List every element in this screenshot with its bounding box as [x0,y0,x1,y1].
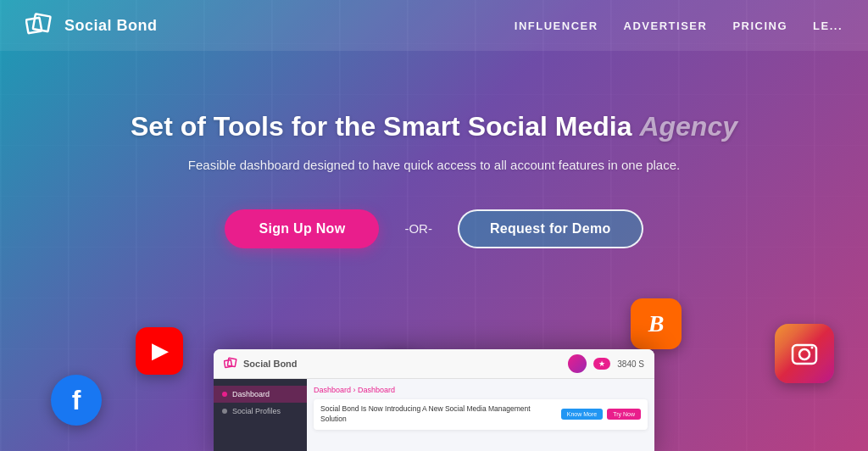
signup-button[interactable]: Sign Up Now [225,209,379,248]
svg-point-3 [799,349,810,359]
dash-breadcrumb: Dashboard › Dashboard [314,386,648,394]
dash-sidebar-profiles[interactable]: Social Profiles [214,403,307,420]
logo-text: Social Bond [64,17,158,35]
dash-sidebar: Dashboard Social Profiles [214,379,307,451]
demo-button[interactable]: Request for Demo [458,209,643,248]
hero-subtitle: Feasible dashboard designed to have quic… [188,156,680,175]
hero-title-main: Set of Tools for the Smart Social Media [131,111,632,142]
try-now-button[interactable]: Try Now [607,409,641,420]
hero-title-accent: Agency [639,111,737,142]
dash-sidebar-dot-2 [222,409,227,414]
nav-influencer[interactable]: INFLUENCER [515,19,598,32]
logo-area: Social Bond [25,10,158,41]
dash-sidebar-dot [222,392,227,397]
hero-title: Set of Tools for the Smart Social Media … [131,110,737,142]
dash-logo: Social Bond [224,356,298,371]
dash-sidebar-dashboard[interactable]: Dashboard [214,386,307,403]
dash-news-text: Social Bond Is Now Introducing A New Soc… [320,404,554,425]
nav-links: INFLUENCER ADVERTISER PRICING LE... [515,19,843,32]
floating-facebook-left-icon: f [51,375,102,426]
floating-youtube-icon: ▶ [136,327,183,375]
dash-brand-name: Social Bond [243,359,298,369]
dash-news: Social Bond Is Now Introducing A New Soc… [314,399,648,430]
svg-point-4 [811,347,814,349]
dash-main: Dashboard › Dashboard Social Bond Is Now… [307,379,654,451]
dash-header-right: ★ 3840 S [568,354,644,373]
dash-news-buttons: Know More Try Now [561,409,641,420]
or-text: -OR- [404,221,432,236]
nav-pricing[interactable]: PRICING [732,19,787,32]
dash-header: Social Bond ★ 3840 S [214,349,654,379]
dashboard-preview: Social Bond ★ 3840 S Dashboard Social Pr… [214,349,654,451]
logo-icon [25,10,56,41]
floating-instagram-icon [775,324,834,383]
dash-sidebar-label-2: Social Profiles [232,407,281,415]
navbar: Social Bond INFLUENCER ADVERTISER PRICIN… [0,0,868,51]
nav-more[interactable]: LE... [813,19,843,32]
floating-blogger-icon: B [631,298,682,349]
know-more-button[interactable]: Know More [561,409,603,420]
dash-user-badge: ★ [593,358,610,370]
dash-sidebar-label-1: Dashboard [232,390,270,398]
dash-avatar [568,354,587,373]
nav-advertiser[interactable]: ADVERTISER [624,19,708,32]
hero-cta: Sign Up Now -OR- Request for Demo [225,209,643,248]
dash-points: 3840 S [617,359,644,369]
dash-logo-icon [224,356,239,371]
dash-body: Dashboard Social Profiles Dashboard › Da… [214,379,654,451]
